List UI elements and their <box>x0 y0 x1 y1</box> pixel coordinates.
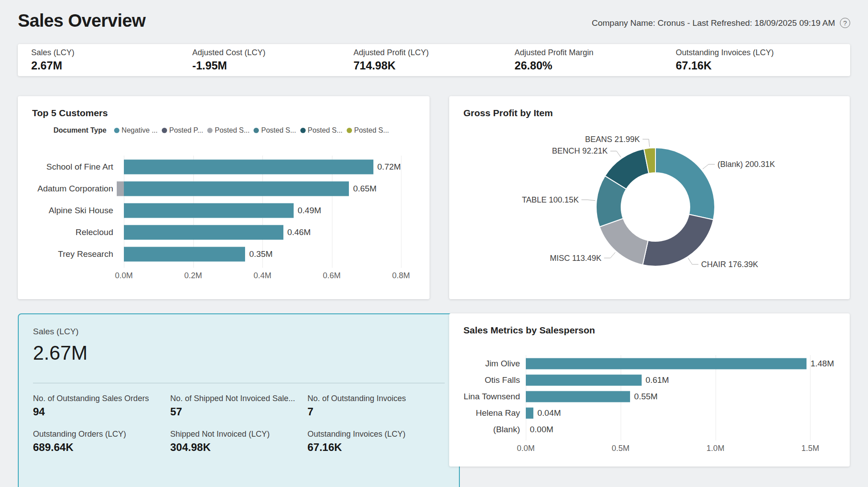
dashboard-grid: Top 5 Customers Document TypeNegative ..… <box>18 96 850 487</box>
top5-customers-chart: Document TypeNegative ...Posted P...Post… <box>32 126 415 281</box>
bar-value-label: 0.55M <box>634 392 658 402</box>
donut-slice-chair[interactable] <box>643 215 713 267</box>
kpi-adjusted-profit-margin: Adjusted Profit Margin 26.80% <box>515 48 676 72</box>
metric-shipped-not-invoiced-count: No. of Shipped Not Invoiced Sale... 57 <box>170 394 307 418</box>
bar-row: 0.46M <box>124 221 401 243</box>
dashboard-page: Sales Overview Company Name: Cronus - La… <box>0 0 868 487</box>
legend-item[interactable]: Negative ... <box>114 126 158 134</box>
metric-label: Outstanding Orders (LCY) <box>33 430 170 439</box>
chart-title-gross-profit: Gross Profit by Item <box>463 108 835 118</box>
kpi-label: Adjusted Cost (LCY) <box>192 48 354 57</box>
axis-tick-label: 0.8M <box>392 271 410 280</box>
bar-row: 0.72M <box>124 156 401 178</box>
bar-row: 0.61M <box>526 372 829 388</box>
donut-label-leader <box>688 258 698 264</box>
header-meta: Company Name: Cronus - Last Refreshed: 1… <box>592 18 850 28</box>
bar-row: 0.65M <box>124 178 401 199</box>
category-label: Trey Research <box>32 243 124 265</box>
bar-value-label: 0.00M <box>530 425 553 434</box>
sales-card-value: 2.67M <box>33 342 445 364</box>
category-label: Relecloud <box>32 221 124 243</box>
donut-data-label: CHAIR 176.39K <box>701 260 758 269</box>
legend-swatch <box>300 128 306 133</box>
category-label: Alpine Ski House <box>32 199 124 221</box>
donut-data-label: TABLE 100.15K <box>522 195 579 204</box>
bar[interactable] <box>526 374 642 386</box>
bar[interactable] <box>124 159 373 174</box>
donut-slice-blank[interactable] <box>655 148 715 220</box>
bar-row: 0.49M <box>124 199 401 221</box>
donut-data-label: (Blank) 200.31K <box>717 160 775 169</box>
bar-value-label: 1.48M <box>811 359 834 369</box>
bar-value-label: 0.35M <box>249 249 273 259</box>
category-label: School of Fine Art <box>32 156 124 178</box>
legend-title: Document Type <box>53 126 106 134</box>
axis-tick-label: 0.5M <box>612 444 630 453</box>
metric-label: Outstanding Invoices (LCY) <box>307 430 445 439</box>
sales-metrics-by-salesperson-card: Sales Metrics by Salesperson Jim OliveOt… <box>449 313 850 467</box>
metric-value: 94 <box>33 406 170 418</box>
kpi-value: 714.98K <box>353 59 515 72</box>
legend-swatch <box>347 128 352 133</box>
axis-tick-label: 0.0M <box>517 444 535 453</box>
gross-profit-donut-chart: (Blank) 200.31KCHAIR 176.39KMISC 113.49K… <box>463 122 835 283</box>
legend-label: Posted S... <box>354 126 389 134</box>
legend-label: Posted S... <box>261 126 296 134</box>
bar-value-label: 0.72M <box>377 162 401 172</box>
legend-item[interactable]: Posted P... <box>162 126 203 134</box>
bar[interactable] <box>526 358 807 369</box>
kpi-value: 26.80% <box>515 59 676 72</box>
donut-label-leader <box>703 164 715 169</box>
bar-value-label: 0.65M <box>353 184 377 194</box>
bar[interactable] <box>124 181 349 196</box>
bar-chart-body: Jim OliveOtis FallsLina TownsendHelena R… <box>463 355 835 454</box>
metric-value: 57 <box>170 406 307 418</box>
salesperson-chart: Jim OliveOtis FallsLina TownsendHelena R… <box>463 355 835 454</box>
category-label: Jim Olive <box>463 355 526 372</box>
legend-item[interactable]: Posted S... <box>254 126 296 134</box>
bar[interactable] <box>124 203 294 218</box>
negative-bar-segment[interactable] <box>117 181 124 196</box>
bar-row: 0.55M <box>526 388 829 405</box>
category-label: (Blank) <box>463 421 526 438</box>
bar-value-label: 0.46M <box>287 227 311 237</box>
axis-tick-label: 0.4M <box>254 271 271 280</box>
legend-label: Posted S... <box>308 126 343 134</box>
kpi-value: -1.95M <box>192 59 354 72</box>
sales-lcy-highlight-card[interactable]: Sales (LCY) 2.67M No. of Outstanding Sal… <box>18 313 460 487</box>
page-title: Sales Overview <box>18 11 146 31</box>
category-label: Helena Ray <box>463 405 526 421</box>
donut-label-leader <box>643 139 650 147</box>
gridline <box>401 156 401 268</box>
sales-card-label: Sales (LCY) <box>33 327 445 337</box>
bar[interactable] <box>124 247 245 261</box>
metric-label: No. of Outstanding Invoices <box>307 394 445 403</box>
kpi-strip: Sales (LCY) 2.67M Adjusted Cost (LCY) -1… <box>18 44 850 76</box>
legend-item[interactable]: Posted S... <box>207 126 250 134</box>
help-icon[interactable]: ? <box>840 18 850 28</box>
chart-title-top5-customers: Top 5 Customers <box>32 108 415 118</box>
metric-outstanding-invoices-count: No. of Outstanding Invoices 7 <box>307 394 445 418</box>
chart-legend: Document TypeNegative ...Posted P...Post… <box>53 126 415 134</box>
bar[interactable] <box>526 391 630 402</box>
kpi-label: Outstanding Invoices (LCY) <box>676 48 837 57</box>
legend-item[interactable]: Posted S... <box>300 126 343 134</box>
bar-row: 0.35M <box>124 243 401 265</box>
kpi-value: 2.67M <box>31 59 192 72</box>
gross-profit-by-item-card: Gross Profit by Item (Blank) 200.31KCHAI… <box>449 96 850 299</box>
legend-swatch <box>114 128 119 133</box>
category-label: Lina Townsend <box>463 388 526 405</box>
metric-value: 67.16K <box>307 441 445 454</box>
metric-label: No. of Outstanding Sales Orders <box>33 394 170 403</box>
legend-item[interactable]: Posted S... <box>347 126 389 134</box>
legend-label: Posted S... <box>215 126 250 134</box>
metric-outstanding-orders-lcy: Outstanding Orders (LCY) 689.64K <box>33 430 170 454</box>
donut-label-leader <box>581 200 595 201</box>
bar-value-label: 0.04M <box>537 408 561 418</box>
kpi-label: Adjusted Profit Margin <box>515 48 676 57</box>
bar[interactable] <box>526 407 533 418</box>
legend-swatch <box>254 128 259 133</box>
bar-value-label: 0.61M <box>646 375 669 385</box>
kpi-sales-lcy: Sales (LCY) 2.67M <box>31 48 192 72</box>
bar[interactable] <box>124 225 283 239</box>
